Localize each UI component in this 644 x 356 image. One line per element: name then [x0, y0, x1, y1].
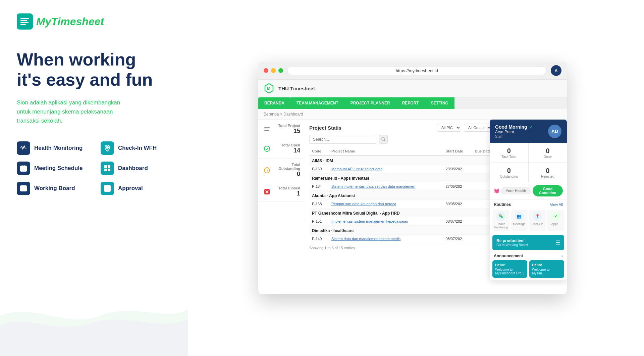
nav-team[interactable]: TEAM MANAGEMENT [290, 97, 344, 109]
notif-stat-done: 0 Done [529, 143, 567, 163]
browser-bar: https://mytimesheet.id A [258, 62, 567, 80]
routine-health-label: Health Monitoring [494, 222, 508, 229]
search-icon-button[interactable] [379, 135, 388, 144]
svg-rect-22 [264, 130, 269, 131]
routine-approval[interactable]: ✓ Appr... [547, 210, 565, 231]
user-avatar-browser: A [551, 65, 561, 76]
announcement-card-1[interactable]: Hello! Welcome to MyTimesheet Life :) [492, 260, 527, 278]
project-link[interactable]: Pengurusan data keuangan dan neraca [331, 202, 396, 206]
feature-item-approval: Approval [101, 182, 171, 195]
nav-project[interactable]: PROJECT PLANNER [344, 97, 396, 109]
stat-total-open: Total Open 14 [258, 139, 305, 159]
approval-icon [101, 182, 114, 195]
routine-health[interactable]: 🦠 Health Monitoring [492, 210, 509, 231]
stats-sidebar: Total Project 15 Total Open [258, 120, 305, 294]
routine-meetings-label: Meetings [513, 222, 525, 226]
routines-grid: 🦠 Health Monitoring 👥 Meetings 📍 Check-i… [490, 208, 567, 234]
notif-avatar: AD [548, 125, 561, 138]
announcement-card-2[interactable]: Hello! Welcome to MyTim... [529, 260, 564, 278]
feature-item-meeting: Meeting Schedule [17, 162, 87, 175]
nav-report[interactable]: REPORT [396, 97, 425, 109]
notif-role: Staff [495, 134, 533, 138]
notif-greeting: Good Morning [495, 124, 527, 130]
filter-pic[interactable]: All PIC [437, 124, 461, 132]
nav-bar: BERANDA TEAM MANAGEMENT PROJECT PLANNER … [258, 97, 567, 109]
col-start[interactable]: Start Date [443, 147, 472, 155]
feature-item-checkin: Check-In WFH [101, 141, 171, 155]
routine-meetings-icon: 👥 [515, 212, 524, 221]
your-health-button[interactable]: Your Health [501, 187, 531, 194]
feature-label-dashboard: Dashboard [118, 165, 148, 172]
announcement-cards: Hello! Welcome to MyTimesheet Life :) He… [490, 260, 567, 280]
hero-title: When working it's easy and fun [17, 50, 171, 90]
nav-beranda[interactable]: BERANDA [258, 97, 290, 109]
routine-checkin[interactable]: 📍 Check-in [529, 210, 546, 231]
stat-total-closed-info: Total Closed 1 [274, 186, 300, 197]
wave-decoration [0, 296, 188, 356]
project-title: Project Statis [309, 125, 341, 131]
svg-point-23 [264, 146, 270, 151]
wb-text-area: Be productive! Go to Working Board [496, 238, 528, 247]
browser-window: https://mytimesheet.id A M THU Timesheet… [258, 62, 567, 294]
svg-rect-5 [20, 166, 26, 171]
notif-header: Good Morning ✓ Arya Putra Staff AD [490, 120, 567, 143]
check-green-icon [263, 145, 271, 153]
health-pulse-icon: 💓 [494, 188, 499, 193]
col-code[interactable]: Code [309, 147, 329, 155]
svg-rect-11 [104, 169, 107, 171]
svg-rect-2 [20, 22, 29, 23]
stat-total-closed: Total Closed 1 [258, 182, 305, 202]
feature-item-workingboard: Working Board [17, 182, 87, 195]
hero-subtitle: Sion adalah aplikasi yang dikembangkan u… [17, 98, 171, 126]
svg-point-30 [382, 138, 384, 140]
feature-item-health: Health Monitoring [17, 141, 87, 155]
svg-rect-9 [104, 165, 107, 168]
col-name[interactable]: Project Name [329, 147, 443, 155]
left-panel: MyTimesheet When working it's easy and f… [0, 0, 188, 356]
notif-user-info: Good Morning ✓ Arya Putra Staff [495, 124, 533, 138]
routine-health-icon: 🦠 [496, 212, 505, 221]
filter-group[interactable]: All Group [464, 124, 492, 132]
notif-stat-rejected: 0 Rejected [529, 163, 567, 182]
project-link[interactable]: Sistem implementasi data set dan data ma… [331, 184, 415, 188]
breadcrumb: Beranda > Dashboard [258, 109, 567, 120]
url-bar[interactable]: https://mytimesheet.id [287, 66, 547, 75]
svg-text:M: M [267, 86, 270, 91]
nav-setting[interactable]: SETTING [425, 97, 454, 109]
routine-checkin-label: Check-in [531, 222, 543, 226]
feature-label-checkin: Check-In WFH [118, 145, 157, 151]
svg-rect-21 [264, 129, 268, 129]
svg-rect-0 [20, 18, 29, 19]
feature-label-meeting: Meeting Schedule [34, 165, 83, 172]
feature-item-dashboard: Dashboard [101, 162, 171, 175]
project-link[interactable]: Sistem data dan manajemen rekam medis [331, 237, 400, 241]
project-area: Project Statis All PIC All Group All Sta… [305, 120, 567, 294]
notif-stats: 0 Task Total 0 Done 0 Outstanding [490, 143, 567, 182]
feature-label-health: Health Monitoring [34, 145, 83, 151]
features-grid: Health Monitoring Check-In WFH [17, 141, 171, 195]
ann-card-1-title: Hello! [495, 263, 525, 267]
good-condition-button[interactable]: Good Condition [533, 185, 563, 196]
search-input[interactable] [309, 135, 376, 144]
app-header: M THU Timesheet [258, 80, 567, 97]
announcement-header: Announcement › [490, 252, 567, 260]
project-link[interactable]: Implementasi sistem manajemen kepegawaia… [331, 219, 408, 223]
view-all-link[interactable]: View All [550, 203, 563, 207]
app-content: M THU Timesheet BERANDA TEAM MANAGEMENT … [258, 80, 567, 294]
working-board-button[interactable]: Be productive! Go to Working Board ☰ [492, 235, 564, 250]
feature-label-workingboard: Working Board [34, 185, 75, 192]
dot-green[interactable] [278, 68, 283, 73]
notif-name: Arya Putra [495, 130, 533, 134]
routine-meetings[interactable]: 👥 Meetings [511, 210, 528, 231]
checkin-icon [101, 141, 114, 155]
dot-red[interactable] [264, 68, 268, 73]
routines-header: Routines View All [490, 199, 567, 208]
announcement-arrow-icon[interactable]: › [561, 254, 563, 258]
wb-subtitle: Go to Working Board [496, 243, 528, 247]
svg-rect-10 [108, 165, 110, 168]
workingboard-icon [17, 182, 30, 195]
dot-yellow[interactable] [271, 68, 276, 73]
notif-check-icon: ✓ [529, 124, 533, 130]
project-link[interactable]: Membuat API untuk select data [331, 167, 382, 171]
feature-label-approval: Approval [118, 185, 143, 192]
